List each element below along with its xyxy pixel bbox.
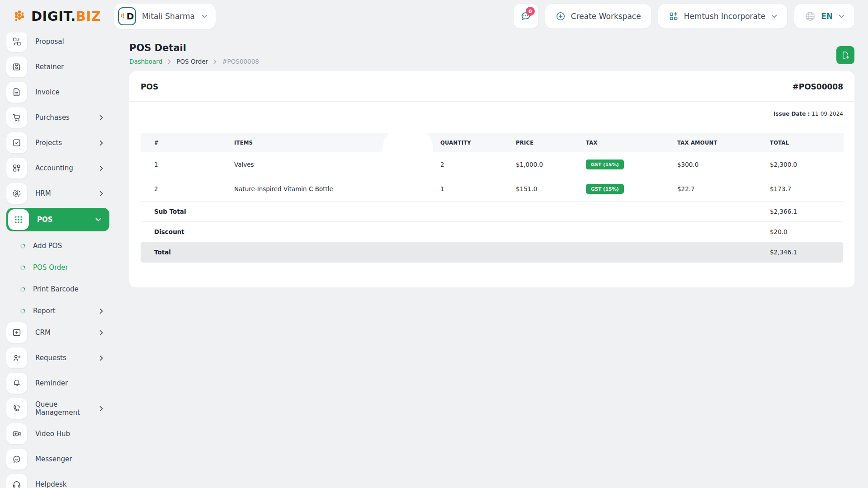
cell-total: $2,300.0 [770,152,844,177]
sidebar-subitem-print-barcode[interactable]: Print Barcode [6,278,109,300]
workspace-grid-icon [668,11,679,22]
brand-logo: DIGIT.BIZ [0,9,114,24]
subtotal-row: Sub Total $2,366.1 [141,202,843,222]
create-workspace-button[interactable]: Create Workspace [545,4,651,28]
col-header-price: PRICE [516,133,586,152]
sidebar-item-queue-management[interactable]: Queue Management [6,398,109,419]
pos-number: #POS00008 [792,82,843,91]
sidebar-item-label: CRM [35,328,51,337]
proposal-icon [6,31,27,52]
sidebar-item-messenger[interactable]: Messenger [6,448,109,470]
video-camera-icon [6,423,27,444]
chevron-right-icon [99,165,103,171]
crm-icon [6,322,27,343]
ring-bullet-icon [20,243,26,249]
sidebar-item-label: Helpdesk [35,480,66,488]
topbar-actions: 0 Create Workspace Hemtush Incorporate [514,4,868,28]
company-selector[interactable]: Hemtush Incorporate [658,4,788,28]
cell-total: $173.7 [770,177,844,201]
total-value: $2,346.1 [770,249,797,256]
sidebar-subitem-label: Add POS [33,242,62,250]
sidebar-item-label: Accounting [35,164,73,172]
cell-tax: GST (15%) [586,177,677,201]
sidebar-item-accounting[interactable]: Accounting [6,157,109,179]
sidebar-item-label: Proposal [35,38,64,46]
discount-row: Discount $20.0 [141,222,843,242]
sidebar-item-reminder[interactable]: Reminder [6,372,109,394]
col-header-no: # [141,133,234,152]
sidebar-item-invoice[interactable]: Invoice [6,81,109,103]
export-pos-button[interactable] [836,46,854,64]
sidebar-item-crm[interactable]: CRM [6,322,109,343]
total-label: Total [141,249,171,256]
issue-date-label: Issue Date : [774,111,810,117]
sidebar-item-pos[interactable]: POS [6,208,109,231]
sidebar-item-helpdesk[interactable]: Helpdesk [6,474,109,488]
cell-tax-amount: $300.0 [677,152,770,177]
breadcrumb-current: #POS00008 [222,58,259,65]
sidebar-item-label: Messenger [35,455,72,463]
breadcrumb-dashboard[interactable]: Dashboard [129,58,162,65]
create-workspace-label: Create Workspace [571,12,641,21]
cell-item: Nature-Inspired Vitamin C Bottle [234,177,440,201]
col-header-total: TOTAL [770,133,844,152]
sidebar-item-requests[interactable]: Requests [6,347,109,369]
sidebar-item-proposal[interactable]: Proposal [6,31,109,52]
sidebar-item-projects[interactable]: Projects [6,132,109,154]
breadcrumb-separator-icon [213,59,217,64]
pos-card-header: POS #POS00008 [141,82,843,91]
projects-icon [6,132,27,153]
tax-badge: GST (15%) [586,184,624,194]
discount-label: Discount [141,228,184,235]
col-header-tax: TAX [586,133,677,152]
sidebar-item-label: POS [37,216,53,224]
chat-button[interactable]: 0 [514,4,538,28]
topbar: DIGIT.BIZ D Mitali Sharma 0 [0,0,868,33]
chevron-down-icon [771,14,777,18]
sidebar-item-label: Invoice [35,88,60,96]
cell-item: Valves [234,152,440,177]
chevron-down-icon [95,218,101,221]
breadcrumb-pos-order[interactable]: POS Order [176,58,208,65]
sidebar: Proposal Retainer Invoice Purchases [0,29,114,488]
cell-quantity: 2 [440,152,516,177]
sidebar-item-label: Reminder [35,379,68,387]
card-divider [129,101,854,102]
chat-count-badge: 0 [526,7,535,16]
pos-detail-card: POS #POS00008 Issue Date : 11-09-2024 # … [129,71,854,287]
sidebar-subitem-label: Report [33,307,56,315]
user-workspace-selector[interactable]: D Mitali Sharma [114,4,216,29]
brand-name-accent: BIZ [76,9,101,24]
workspace-logo-icon: D [118,7,136,25]
sidebar-subitem-pos-order[interactable]: POS Order [6,257,109,278]
sidebar-item-purchases[interactable]: Purchases [6,107,109,128]
sidebar-subitem-report[interactable]: Report [6,300,109,322]
chevron-right-icon [99,308,103,314]
sidebar-item-retainer[interactable]: Retainer [6,56,109,78]
retainer-icon [6,56,27,77]
items-table: # ITEMS QUANTITY PRICE TAX TAX AMOUNT TO… [141,133,844,202]
sidebar-subitem-add-pos[interactable]: Add POS [6,235,109,257]
page-header: POS Detail Dashboard POS Order #POS00008 [114,33,868,65]
cell-price: $151.0 [516,177,586,201]
chevron-right-icon [99,330,103,336]
queue-phone-icon [6,398,27,419]
table-row: 1 Valves 2 $1,000.0 GST (15%) $300.0 $2,… [141,152,844,177]
hex-cluster-icon [12,9,27,24]
chevron-down-icon [202,14,208,18]
sidebar-subitem-label: POS Order [33,263,68,272]
subtotal-value: $2,366.1 [770,208,797,215]
chevron-right-icon [99,355,103,361]
language-selector[interactable]: EN [794,4,854,28]
discount-value: $20.0 [770,228,788,235]
chevron-right-icon [99,191,103,197]
user-name: Mitali Sharma [142,12,195,21]
sidebar-item-video-hub[interactable]: Video Hub [6,423,109,445]
language-code: EN [821,12,833,21]
sidebar-item-hrm[interactable]: HRM [6,183,109,204]
chevron-right-icon [99,140,103,146]
pos-card-title: POS [141,82,158,91]
col-header-quantity: QUANTITY [440,133,516,152]
chevron-right-icon [99,406,103,412]
ring-bullet-icon [20,286,26,292]
